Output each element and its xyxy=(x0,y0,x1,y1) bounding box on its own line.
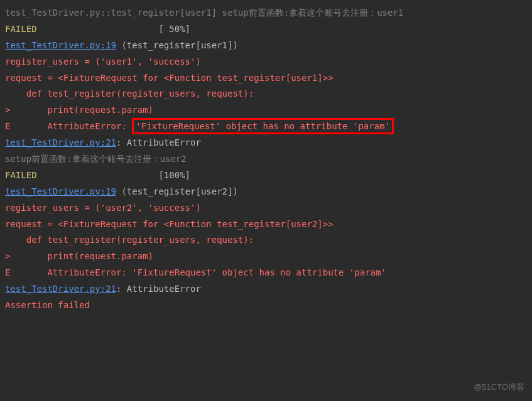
attr-error-u2: : AttributeError xyxy=(116,284,201,294)
file-link-21-u1[interactable]: test_TestDriver.py:21 xyxy=(5,137,116,147)
assertion-failed: Assertion failed xyxy=(5,297,527,314)
setup-user2: setup前置函数:拿着这个账号去注册：user2 xyxy=(5,151,527,168)
trace-link-line-19-u2: test_TestDriver.py:19 (test_register[use… xyxy=(5,184,527,200)
def-line-u2: def test_register(register_users, reques… xyxy=(5,232,527,249)
request-fixture-u1: request = <FixtureRequest for <Function … xyxy=(5,70,527,87)
file-link-19-u1[interactable]: test_TestDriver.py:19 xyxy=(5,40,116,50)
file-link-21-u2[interactable]: test_TestDriver.py:21 xyxy=(5,284,116,294)
failed-100: FAILED [100%] xyxy=(5,168,527,184)
test-name-u2: (test_register[user2]) xyxy=(116,186,238,196)
error-line-u2: E AttributeError: 'FixtureRequest' objec… xyxy=(5,265,527,281)
print-line-u2: > print(request.param) xyxy=(5,249,527,265)
def-line-u1: def test_register(register_users, reques… xyxy=(5,86,527,102)
request-fixture-u2: request = <FixtureRequest for <Function … xyxy=(5,217,527,233)
file-link-19-u2[interactable]: test_TestDriver.py:19 xyxy=(5,186,116,196)
trace-link-line-21-u2: test_TestDriver.py:21: AttributeError xyxy=(5,281,527,297)
failed-label: FAILED xyxy=(5,24,37,34)
progress-100: [100%] xyxy=(37,170,190,180)
attr-error-u1: : AttributeError xyxy=(116,137,201,147)
register-users-u2: register_users = ('user2', 'success') xyxy=(5,200,527,217)
progress-50: [ 50%] xyxy=(37,24,190,34)
register-users-u1: register_users = ('user1', 'success') xyxy=(5,54,527,70)
test-name-u1: (test_register[user1]) xyxy=(116,40,238,50)
failed-label-2: FAILED xyxy=(5,170,37,180)
error-line-u1: E AttributeError: 'FixtureRequest' objec… xyxy=(5,119,527,135)
test-header-user1: test_TestDriver.py::test_register[user1]… xyxy=(5,5,527,21)
error-highlight-box: 'FixtureRequest' object has no attribute… xyxy=(132,118,394,134)
watermark: @51CTO博客 xyxy=(474,380,524,395)
print-line-u1: > print(request.param) xyxy=(5,102,527,119)
error-prefix-u1: E AttributeError: xyxy=(5,121,132,131)
trace-link-line-21-u1: test_TestDriver.py:21: AttributeError xyxy=(5,135,527,151)
failed-50: FAILED [ 50%] xyxy=(5,21,527,38)
trace-link-line-19-u1: test_TestDriver.py:19 (test_register[use… xyxy=(5,38,527,54)
